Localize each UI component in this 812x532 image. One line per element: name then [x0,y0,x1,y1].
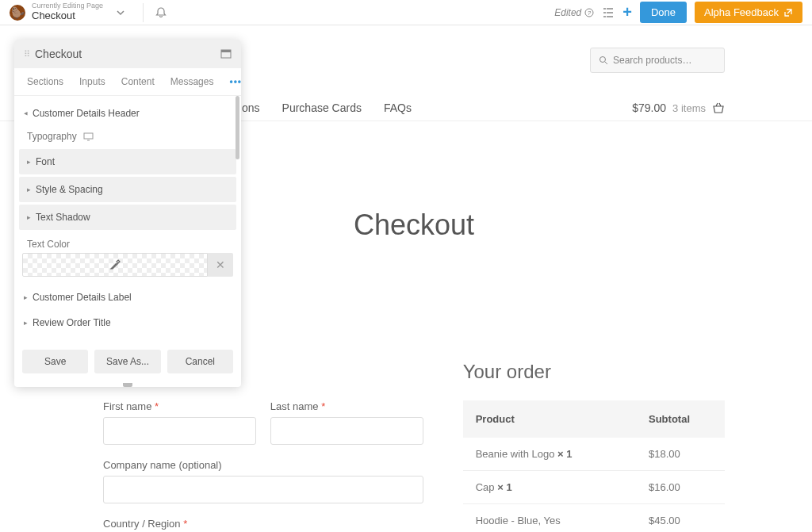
sub-text-shadow[interactable]: ▸ Text Shadow [19,205,236,230]
search-icon [599,55,608,65]
product-name: Hoodie - Blue, Yes [476,515,561,526]
topbar-left: 🦫 Currently Editing Page Checkout [10,2,167,21]
first-name-input[interactable] [103,417,256,445]
cart-items: 3 items [672,102,706,114]
th-subtotal: Subtotal [649,413,712,425]
eyedropper-icon [109,259,121,270]
section-label: Customer Details Header [33,108,140,119]
save-as-button[interactable]: Save As... [94,350,160,373]
panel-header[interactable]: ⠿ Checkout [14,40,241,68]
sub-label: Text Shadow [36,212,90,223]
chevron-right-icon: ▸ [27,213,31,221]
divider [143,3,144,22]
window-icon[interactable] [220,49,232,59]
svg-rect-4 [221,50,231,52]
panel-tabs: Sections Inputs Content Messages ••• [14,68,241,96]
alpha-feedback-label: Alpha Feedback [704,6,779,18]
alpha-feedback-button[interactable]: Alpha Feedback [695,2,802,23]
product-price: $18.00 [649,448,712,460]
tab-messages[interactable]: Messages [163,68,222,95]
section-customer-details-header[interactable]: ▾ Customer Details Header [19,101,236,126]
outline-icon[interactable] [602,6,615,19]
cart-price: $79.00 [632,101,666,114]
svg-rect-5 [84,133,93,139]
panel-body: ▾ Customer Details Header Typography ▸ F… [14,96,241,343]
chevron-down-icon[interactable] [109,8,132,17]
product-price: $45.00 [649,515,712,526]
th-product: Product [476,413,649,425]
nav-link-partial[interactable]: ons [242,101,260,114]
last-name-label: Last name * [270,400,423,412]
table-row: Cap × 1 $16.00 [463,471,725,504]
basket-icon[interactable] [712,102,725,113]
editor-panel: ⠿ Checkout Sections Inputs Content Messa… [14,40,241,387]
svg-text:?: ? [588,10,592,17]
tab-more[interactable]: ••• [221,68,253,95]
resize-handle-icon[interactable] [123,383,132,387]
section-label: Review Order Title [33,317,111,328]
chevron-right-icon: ▸ [24,319,28,327]
first-name-label: First name * [103,400,256,412]
chevron-right-icon: ▸ [27,158,31,166]
svg-point-2 [600,57,606,63]
editing-title: Checkout [32,10,103,21]
bell-icon[interactable] [155,6,167,19]
add-icon[interactable]: + [622,3,632,21]
chevron-down-icon: ▾ [22,112,30,116]
chevron-right-icon: ▸ [24,293,28,301]
order-section: Your order Product Subtotal Beanie with … [463,361,725,532]
cancel-button[interactable]: Cancel [167,350,233,373]
typography-label: Typography [27,131,77,142]
product-name: Cap [476,481,495,493]
tab-content[interactable]: Content [113,68,163,95]
section-review-order-title[interactable]: ▸ Review Order Title [19,310,236,335]
drag-handle-icon[interactable]: ⠿ [24,49,29,59]
color-swatch[interactable] [22,253,208,277]
help-icon[interactable]: ? [584,8,594,17]
sub-label: Style & Spacing [36,184,103,195]
search-input[interactable]: Search products… [590,48,725,73]
edited-indicator: Edited ? [554,7,594,18]
product-name: Beanie with Logo [476,448,555,460]
done-button[interactable]: Done [640,2,687,23]
product-price: $16.00 [649,481,712,493]
topbar: 🦫 Currently Editing Page Checkout Edited… [0,0,812,25]
nav-link-purchase[interactable]: Purchase Cards [282,101,362,114]
tab-sections[interactable]: Sections [19,68,71,95]
product-qty: × 1 [497,481,511,493]
country-label: Country / Region * [103,518,423,530]
nav-link-faqs[interactable]: FAQs [384,101,412,114]
desktop-icon[interactable] [83,132,94,141]
product-qty: × 1 [557,448,572,460]
section-customer-details-label[interactable]: ▸ Customer Details Label [19,285,236,310]
sub-label: Font [36,156,55,167]
order-heading: Your order [463,361,725,383]
search-placeholder: Search products… [613,55,691,66]
scrollbar[interactable] [236,96,239,159]
table-row: Beanie with Logo × 1 $18.00 [463,438,725,471]
table-row: Hoodie - Blue, Yes $45.00 [463,504,725,532]
topbar-right: Edited ? + Done Alpha Feedback [554,2,802,23]
text-color-label: Text Color [19,232,236,253]
editing-block: Currently Editing Page Checkout [32,2,103,21]
company-label: Company name (optional) [103,459,423,471]
section-label: Customer Details Label [33,292,132,303]
panel-footer: Save Save As... Cancel [14,343,241,383]
tab-inputs[interactable]: Inputs [71,68,113,95]
panel-title: Checkout [35,48,220,60]
sub-style-spacing[interactable]: ▸ Style & Spacing [19,177,236,202]
clear-color-button[interactable]: ✕ [208,253,233,277]
typography-row: Typography [19,126,236,147]
external-link-icon [783,8,793,17]
sub-font[interactable]: ▸ Font [19,149,236,174]
save-button[interactable]: Save [22,350,88,373]
company-input[interactable] [103,476,423,503]
last-name-input[interactable] [270,417,423,445]
order-table: Product Subtotal Beanie with Logo × 1 $1… [463,400,725,532]
edited-text: Edited [554,7,581,18]
chevron-right-icon: ▸ [27,186,31,193]
app-logo-icon: 🦫 [10,5,25,21]
